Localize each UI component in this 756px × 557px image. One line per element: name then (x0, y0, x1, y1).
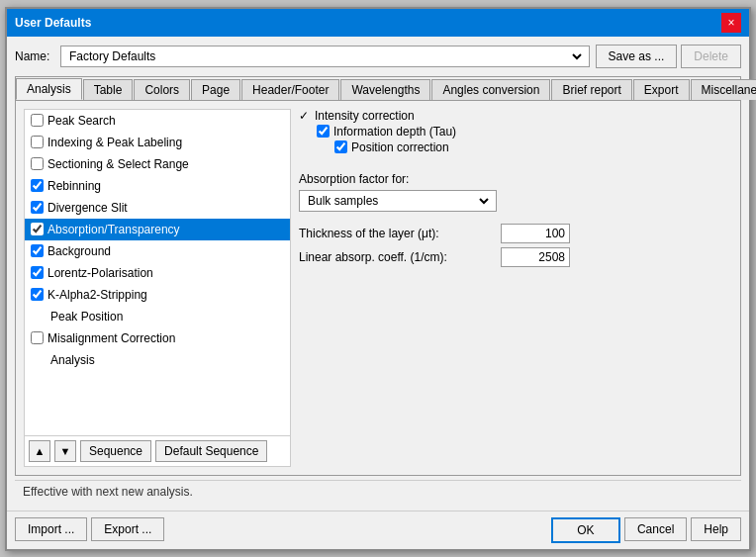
absorption-section: Absorption factor for: Bulk samples Thin… (299, 164, 732, 212)
position-correction-row: Position correction (334, 140, 732, 154)
save-as-button[interactable]: Save as ... (596, 45, 678, 68)
footer-right: OK Cancel Help (551, 517, 741, 543)
list-item-label: Absorption/Transparency (47, 223, 180, 236)
list-item-checkbox[interactable] (31, 331, 44, 344)
tab-content: Peak SearchIndexing & Peak LabelingSecti… (16, 101, 740, 475)
tab-page[interactable]: Page (191, 79, 240, 100)
intensity-correction-row: ✓ Intensity correction (299, 109, 732, 123)
list-item[interactable]: Background (25, 240, 290, 262)
list-item-checkbox[interactable] (31, 157, 44, 170)
list-item-checkbox[interactable] (31, 136, 44, 148)
list-item[interactable]: Analysis (25, 349, 290, 371)
tab-export[interactable]: Export (633, 79, 690, 100)
absorption-select[interactable]: Bulk samples Thin film Custom (304, 191, 492, 211)
help-button[interactable]: Help (691, 517, 741, 541)
position-correction-label: Position correction (351, 140, 449, 154)
thickness-row: Thickness of the layer (μt): (299, 224, 732, 243)
list-item-checkbox[interactable] (31, 223, 44, 235)
export-button[interactable]: Export ... (91, 517, 164, 541)
list-item[interactable]: Misalignment Correction (25, 327, 290, 349)
list-item-checkbox[interactable] (31, 288, 44, 301)
name-buttons: Save as ... Delete (596, 45, 741, 68)
list-item-checkbox[interactable] (31, 179, 44, 192)
tab-misc[interactable]: Miscellaneous (691, 79, 756, 100)
move-down-button[interactable]: ▼ (54, 440, 76, 462)
tab-brief-report[interactable]: Brief report (551, 79, 631, 100)
information-depth-checkbox[interactable] (317, 125, 330, 138)
tab-analysis[interactable]: Analysis (16, 78, 82, 100)
footer-left: Import ... Export ... (15, 517, 164, 543)
tab-table[interactable]: Table (83, 79, 134, 100)
list-item-label: Peak Position (50, 310, 123, 324)
title-bar: User Defaults × (7, 9, 749, 37)
cancel-button[interactable]: Cancel (624, 517, 687, 541)
intensity-correction-label: Intensity correction (315, 109, 415, 123)
list-item-checkbox[interactable] (31, 114, 44, 127)
tab-bar: Analysis Table Colors Page Header/Footer… (16, 77, 740, 101)
footer-buttons: Import ... Export ... OK Cancel Help (7, 511, 749, 549)
list-item-label: Analysis (50, 353, 95, 367)
sequence-bar: ▲ ▼ Sequence Default Sequence (25, 435, 290, 466)
list-item-label: Indexing & Peak Labeling (47, 136, 182, 149)
list-item[interactable]: Divergence Slit (25, 197, 290, 219)
list-item-label: Peak Search (47, 114, 116, 128)
linear-label: Linear absorp. coeff. (1/cm): (299, 250, 497, 264)
linear-row: Linear absorp. coeff. (1/cm): (299, 247, 732, 267)
list-item-label: Misalignment Correction (47, 331, 175, 345)
ok-button[interactable]: OK (551, 517, 620, 543)
list-item-label: Background (47, 244, 111, 258)
list-item[interactable]: Peak Position (25, 306, 290, 327)
left-panel: Peak SearchIndexing & Peak LabelingSecti… (24, 109, 291, 467)
linear-input[interactable] (501, 247, 570, 267)
checkboxes-group: ✓ Intensity correction Information depth… (299, 109, 732, 156)
list-item[interactable]: Peak Search (25, 110, 290, 132)
list-item[interactable]: Lorentz-Polarisation (25, 262, 290, 284)
tab-colors[interactable]: Colors (134, 79, 190, 100)
dialog-title: User Defaults (15, 16, 91, 30)
list-item[interactable]: Sectioning & Select Range (25, 153, 290, 175)
close-button[interactable]: × (721, 13, 741, 33)
thickness-input[interactable] (501, 224, 570, 243)
list-item-label: K-Alpha2-Stripping (47, 288, 147, 302)
tab-header-footer[interactable]: Header/Footer (241, 79, 339, 100)
tab-wavelengths[interactable]: Wavelengths (340, 79, 430, 100)
bottom-note: Effective with next new analysis. (15, 480, 741, 503)
information-depth-label: Information depth (Tau) (333, 125, 456, 139)
dialog-content: Name: Factory Defaults Save as ... Delet… (7, 37, 749, 511)
list-item-checkbox[interactable] (31, 244, 44, 257)
move-up-button[interactable]: ▲ (29, 440, 50, 462)
list-item[interactable]: Indexing & Peak Labeling (25, 132, 290, 153)
delete-button[interactable]: Delete (681, 45, 741, 68)
tab-angles[interactable]: Angles conversion (431, 79, 550, 100)
list-item[interactable]: K-Alpha2-Stripping (25, 284, 290, 306)
name-row: Name: Factory Defaults Save as ... Delet… (15, 45, 741, 68)
list-item[interactable]: Absorption/Transparency (25, 219, 290, 240)
fields-section: Thickness of the layer (μt): Linear abso… (299, 220, 732, 267)
user-defaults-dialog: User Defaults × Name: Factory Defaults S… (5, 7, 751, 551)
list-item-checkbox[interactable] (31, 266, 44, 279)
position-correction-checkbox[interactable] (334, 140, 347, 153)
name-label: Name: (15, 49, 54, 63)
import-button[interactable]: Import ... (15, 517, 87, 541)
default-sequence-button[interactable]: Default Sequence (155, 440, 267, 462)
list-item-label: Sectioning & Select Range (47, 157, 189, 171)
sequence-button[interactable]: Sequence (80, 440, 151, 462)
absorption-combo[interactable]: Bulk samples Thin film Custom (299, 190, 497, 212)
thickness-label: Thickness of the layer (μt): (299, 227, 497, 240)
list-item-label: Lorentz-Polarisation (47, 266, 153, 280)
list-item[interactable]: Rebinning (25, 175, 290, 197)
name-select[interactable]: Factory Defaults (65, 46, 585, 66)
name-combo[interactable]: Factory Defaults (60, 46, 590, 67)
absorption-label: Absorption factor for: (299, 172, 732, 186)
tabs-container: Analysis Table Colors Page Header/Footer… (15, 76, 741, 476)
list-item-label: Rebinning (47, 179, 101, 193)
list-item-checkbox[interactable] (31, 201, 44, 214)
right-panel: ✓ Intensity correction Information depth… (299, 109, 732, 467)
analysis-list: Peak SearchIndexing & Peak LabelingSecti… (25, 110, 290, 435)
information-depth-row: Information depth (Tau) (317, 125, 732, 139)
list-item-label: Divergence Slit (47, 201, 128, 215)
